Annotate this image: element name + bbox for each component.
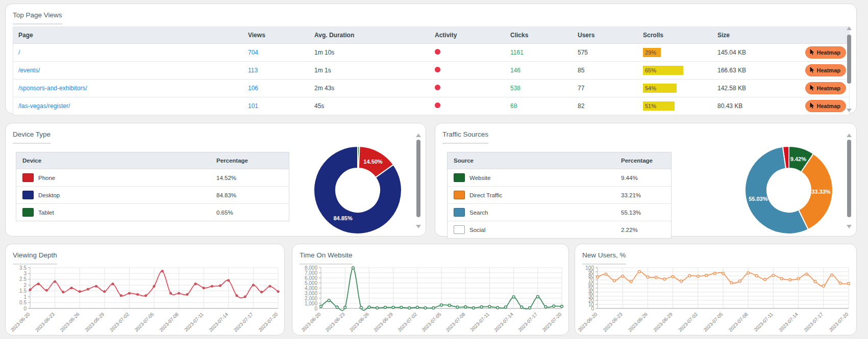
col-header-device: Device bbox=[16, 158, 210, 164]
x-axis-tick-label: 2023-07-08 bbox=[727, 311, 749, 333]
data-point bbox=[672, 275, 674, 278]
size-value: 145.04 KB bbox=[712, 49, 797, 56]
page-link[interactable]: / bbox=[13, 49, 243, 56]
scroll-up-icon[interactable] bbox=[416, 134, 421, 137]
data-point bbox=[136, 293, 139, 296]
cursor-icon bbox=[809, 84, 815, 92]
data-point bbox=[456, 306, 459, 308]
data-point bbox=[605, 273, 607, 275]
y-axis-tick-label: 8,000 bbox=[305, 265, 317, 271]
data-point bbox=[203, 287, 205, 290]
heatmap-button-label: Heatmap bbox=[817, 49, 840, 56]
x-axis-tick-label: 2023-07-02 bbox=[109, 311, 130, 333]
scrolls-cell: 51% bbox=[638, 101, 705, 111]
legend-swatch bbox=[22, 191, 34, 199]
heatmap-cell: Heatmap bbox=[797, 82, 849, 94]
table-row: /las-vegas/register/10145s688251%80.43 K… bbox=[13, 97, 849, 115]
table-row: Social2.22% bbox=[448, 221, 671, 238]
data-point bbox=[194, 283, 197, 285]
x-axis-tick-label: 2023-07-14 bbox=[208, 311, 229, 333]
scroll-up-icon[interactable] bbox=[847, 27, 852, 30]
legend-label: Phone bbox=[38, 175, 55, 181]
data-point bbox=[848, 282, 850, 285]
data-point bbox=[54, 280, 56, 283]
legend-cell: Direct Traffic bbox=[448, 191, 615, 199]
data-point bbox=[211, 285, 213, 288]
top-page-views-table: PageViewsAvg. DurationActivityClicksUser… bbox=[13, 27, 850, 115]
data-point bbox=[831, 274, 833, 276]
device-type-table: DevicePercentagePhone14.52%Desktop84.83%… bbox=[16, 152, 289, 221]
x-axis-tick-label: 2023-06-29 bbox=[373, 311, 394, 333]
analytics-dashboard: Top Page Views PageViewsAvg. DurationAct… bbox=[0, 0, 868, 339]
scroll-thumb[interactable] bbox=[847, 35, 851, 84]
col-header-scrolls: Scrolls bbox=[638, 32, 712, 39]
data-point bbox=[536, 296, 539, 298]
data-point bbox=[561, 305, 563, 308]
x-axis-tick-label: 2023-06-20 bbox=[577, 311, 598, 333]
scroll-thumb[interactable] bbox=[847, 140, 851, 217]
new-users-title: New Users, % bbox=[582, 251, 626, 265]
heatmap-button[interactable]: Heatmap bbox=[805, 82, 846, 94]
legend-label: Tablet bbox=[38, 210, 54, 216]
heatmap-button[interactable]: Heatmap bbox=[805, 46, 846, 59]
scroll-down-icon[interactable] bbox=[416, 225, 421, 228]
data-point bbox=[613, 279, 615, 282]
time-on-website-title: Time On Website bbox=[300, 251, 353, 265]
x-axis-tick-label: 2023-06-26 bbox=[627, 311, 649, 333]
y-axis-tick-label: 2,000 bbox=[305, 296, 317, 301]
data-point bbox=[544, 306, 547, 308]
y-axis-tick-label: 100 bbox=[585, 265, 594, 271]
table-header-row: DevicePercentage bbox=[16, 152, 289, 169]
users-value: 575 bbox=[573, 49, 638, 56]
data-point bbox=[688, 275, 691, 277]
data-point bbox=[448, 304, 451, 307]
table-scrollbar[interactable] bbox=[846, 27, 852, 112]
data-point bbox=[392, 306, 394, 309]
traffic-sources-panel: Traffic Sources SourcePercentageWebsite9… bbox=[435, 123, 857, 237]
data-point bbox=[705, 274, 708, 277]
size-value: 142.58 KB bbox=[712, 85, 797, 92]
table-row: Phone14.52% bbox=[16, 169, 289, 187]
scroll-thumb[interactable] bbox=[416, 140, 420, 217]
x-axis-tick-label: 2023-07-17 bbox=[517, 311, 538, 333]
data-point bbox=[464, 306, 467, 308]
data-point bbox=[95, 285, 97, 288]
x-axis-tick-label: 2023-06-23 bbox=[34, 311, 56, 333]
col-header-views: Views bbox=[243, 32, 309, 39]
scroll-down-icon[interactable] bbox=[847, 225, 852, 228]
table-row: Search55.13% bbox=[448, 204, 671, 221]
data-point bbox=[328, 299, 330, 302]
data-point bbox=[520, 306, 523, 308]
data-point bbox=[597, 276, 599, 278]
page-link[interactable]: /las-vegas/register/ bbox=[13, 102, 243, 110]
x-axis-tick-label: 2023-06-20 bbox=[9, 311, 31, 333]
views-value: 704 bbox=[243, 49, 309, 56]
data-point bbox=[112, 283, 114, 285]
data-point bbox=[336, 306, 338, 308]
avg-duration-value: 45s bbox=[309, 102, 430, 110]
heatmap-button[interactable]: Heatmap bbox=[805, 64, 846, 76]
device-panel-scrollbar[interactable] bbox=[415, 134, 421, 228]
data-point bbox=[738, 280, 741, 282]
x-axis-tick-label: 2023-07-14 bbox=[778, 311, 799, 333]
device-type-donut-chart: 14.50%84.85% bbox=[311, 144, 404, 237]
device-type-panel: Device Type DevicePercentagePhone14.52%D… bbox=[5, 123, 426, 237]
scroll-down-icon[interactable] bbox=[847, 109, 852, 112]
legend-cell: Website bbox=[448, 173, 615, 182]
page-link[interactable]: /sponsors-and-exhibitors/ bbox=[13, 85, 243, 92]
scrolls-cell: 65% bbox=[638, 66, 705, 75]
heatmap-button[interactable]: Heatmap bbox=[805, 100, 846, 112]
donut-slice-label: 55.03% bbox=[749, 196, 768, 202]
table-header-row: PageViewsAvg. DurationActivityClicksUser… bbox=[13, 27, 849, 44]
heatmap-cell: Heatmap bbox=[797, 100, 849, 112]
legend-swatch bbox=[454, 173, 465, 182]
data-point bbox=[806, 273, 808, 275]
y-axis-tick-label: 1,000 bbox=[305, 301, 317, 306]
traffic-panel-scrollbar[interactable] bbox=[846, 134, 852, 228]
table-row: /sponsors-and-exhibitors/1062m 43s538775… bbox=[13, 80, 849, 97]
page-link[interactable]: /events/ bbox=[13, 67, 243, 74]
x-axis-tick-label: 2023-07-20 bbox=[257, 311, 279, 333]
data-point bbox=[440, 304, 443, 306]
data-point bbox=[622, 275, 624, 277]
scroll-up-icon[interactable] bbox=[847, 134, 852, 137]
